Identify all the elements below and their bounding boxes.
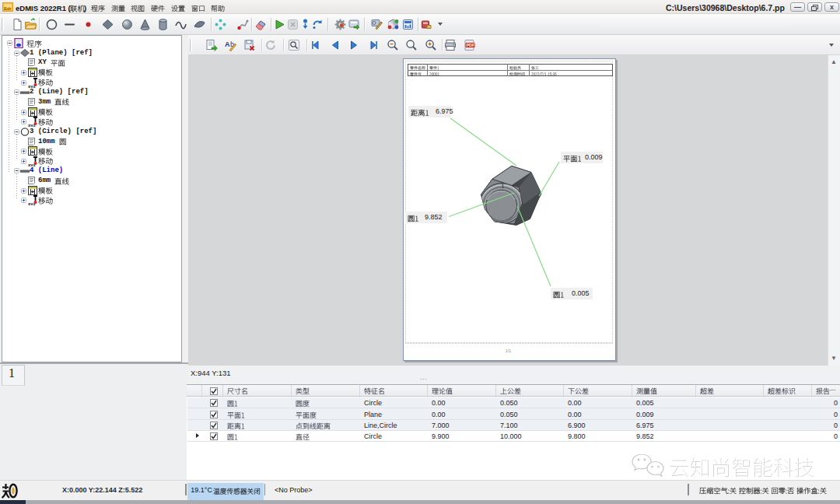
svg-text:A: A xyxy=(225,40,230,48)
svg-text:PDF: PDF xyxy=(466,43,475,47)
svg-text:Edr: Edr xyxy=(4,6,11,11)
